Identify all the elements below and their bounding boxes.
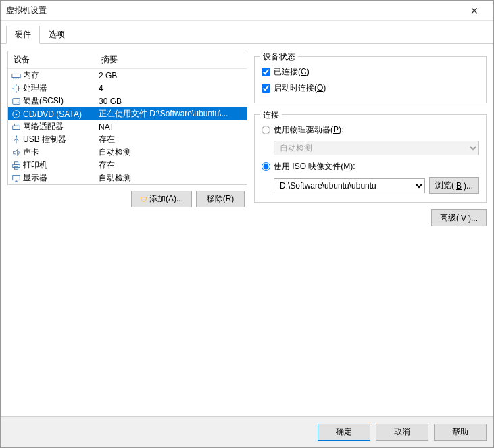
use-physical-radio[interactable] xyxy=(262,126,270,134)
device-summary: 自动检测 xyxy=(96,147,247,158)
connection-title: 连接 xyxy=(260,109,282,121)
help-button[interactable]: 帮助 xyxy=(434,424,487,441)
device-name: USB 控制器 xyxy=(22,134,96,145)
device-list-buttons: 🛡添加(A)... 移除(R) xyxy=(7,185,247,209)
svg-rect-5 xyxy=(14,86,19,91)
shield-icon: 🛡 xyxy=(140,195,147,203)
svg-rect-10 xyxy=(13,98,20,104)
list-item[interactable]: 处理器4 xyxy=(8,82,247,95)
cancel-button[interactable]: 取消 xyxy=(376,424,428,441)
content: 设备 摘要 内存2 GB处理器4硬盘(SCSI)30 GBCD/DVD (SAT… xyxy=(1,44,493,416)
use-iso-label: 使用 ISO 映像文件(M): xyxy=(274,161,355,172)
svg-rect-20 xyxy=(13,175,20,180)
use-iso-radio[interactable] xyxy=(262,162,270,171)
list-item[interactable]: USB 控制器存在 xyxy=(8,133,247,146)
device-name: 处理器 xyxy=(22,82,96,94)
device-summary: 存在 xyxy=(96,134,247,145)
svg-rect-0 xyxy=(12,74,20,77)
display-icon xyxy=(8,174,22,183)
tabs: 硬件 选项 xyxy=(1,21,493,44)
device-name: 硬盘(SCSI) xyxy=(22,95,96,107)
ok-button[interactable]: 确定 xyxy=(318,424,370,441)
titlebar: 虚拟机设置 ✕ xyxy=(1,1,493,21)
list-item[interactable]: 打印机存在 xyxy=(8,159,247,172)
use-physical-radio-row[interactable]: 使用物理驱动器(P): xyxy=(262,123,479,136)
advanced-button[interactable]: 高级(V)... xyxy=(431,209,487,226)
device-summary: 30 GB xyxy=(96,97,247,106)
net-icon xyxy=(8,122,22,132)
browse-button[interactable]: 浏览(B)... xyxy=(429,177,479,194)
remove-button[interactable]: 移除(R) xyxy=(196,191,245,207)
list-item[interactable]: 声卡自动检测 xyxy=(8,146,247,159)
list-item[interactable]: 显示器自动检测 xyxy=(8,172,247,184)
connected-label: 已连接(C) xyxy=(274,66,310,78)
connect-at-poweron-checkbox[interactable] xyxy=(262,84,270,93)
add-button-label: 添加(A)... xyxy=(149,193,183,205)
header-device: 设备 xyxy=(8,51,96,68)
device-status-title: 设备状态 xyxy=(260,51,298,63)
connect-at-poweron-label: 启动时连接(O) xyxy=(274,82,326,94)
physical-drive-select: 自动检测 xyxy=(274,141,479,155)
advanced-row: 高级(V)... xyxy=(254,209,487,226)
tab-hardware[interactable]: 硬件 xyxy=(6,26,40,44)
window-title: 虚拟机设置 xyxy=(6,5,461,16)
device-name: 显示器 xyxy=(22,172,96,184)
svg-point-11 xyxy=(18,101,19,103)
connected-checkbox[interactable] xyxy=(262,68,270,76)
device-status-group: 设备状态 已连接(C) 启动时连接(O) xyxy=(254,56,487,103)
list-item[interactable]: 硬盘(SCSI)30 GB xyxy=(8,95,247,107)
device-list-header: 设备 摘要 xyxy=(8,51,247,69)
device-name: 网络适配器 xyxy=(22,121,96,132)
add-button[interactable]: 🛡添加(A)... xyxy=(131,191,192,207)
list-item[interactable]: CD/DVD (SATA)正在使用文件 D:\Software\ubuntu\.… xyxy=(8,107,247,120)
device-list[interactable]: 内存2 GB处理器4硬盘(SCSI)30 GBCD/DVD (SATA)正在使用… xyxy=(8,69,247,184)
right-panel: 设备状态 已连接(C) 启动时连接(O) 连接 xyxy=(254,51,487,409)
vm-settings-window: 虚拟机设置 ✕ 硬件 选项 设备 摘要 内存2 GB处理器4硬盘(SCSI)30… xyxy=(0,0,494,448)
svg-point-16 xyxy=(16,135,18,137)
list-item[interactable]: 内存2 GB xyxy=(8,69,247,82)
cd-icon xyxy=(8,109,22,119)
tab-options[interactable]: 选项 xyxy=(40,26,74,44)
printer-icon xyxy=(8,161,22,170)
device-summary: NAT xyxy=(96,122,247,132)
device-summary: 存在 xyxy=(96,159,247,171)
device-list-panel: 设备 摘要 内存2 GB处理器4硬盘(SCSI)30 GBCD/DVD (SAT… xyxy=(7,51,247,185)
sound-icon xyxy=(8,148,22,157)
device-name: CD/DVD (SATA) xyxy=(22,109,96,119)
iso-path-select[interactable]: D:\Software\ubuntu\ubuntu xyxy=(274,178,425,193)
svg-point-13 xyxy=(16,113,18,115)
use-physical-label: 使用物理驱动器(P): xyxy=(274,124,343,136)
device-name: 声卡 xyxy=(22,147,96,158)
device-name: 打印机 xyxy=(22,159,96,171)
connected-checkbox-row[interactable]: 已连接(C) xyxy=(262,65,479,78)
device-name: 内存 xyxy=(22,70,96,81)
cpu-icon xyxy=(8,84,22,93)
device-summary: 正在使用文件 D:\Software\ubuntu\... xyxy=(96,108,247,120)
device-summary: 自动检测 xyxy=(96,172,247,184)
svg-rect-14 xyxy=(13,126,20,129)
list-item[interactable]: 网络适配器NAT xyxy=(8,120,247,133)
dialog-footer: 确定 取消 帮助 xyxy=(1,416,493,447)
device-summary: 2 GB xyxy=(96,71,247,80)
disk-icon xyxy=(8,97,22,106)
device-summary: 4 xyxy=(96,84,247,93)
header-summary: 摘要 xyxy=(96,51,247,68)
connection-group: 连接 使用物理驱动器(P): 自动检测 使用 ISO 映像文件(M): xyxy=(254,114,487,203)
close-icon[interactable]: ✕ xyxy=(461,5,488,16)
svg-rect-18 xyxy=(14,161,18,164)
svg-rect-15 xyxy=(14,124,18,126)
memory-icon xyxy=(8,71,22,80)
connect-at-poweron-row[interactable]: 启动时连接(O) xyxy=(262,81,479,95)
usb-icon xyxy=(8,135,22,145)
use-iso-radio-row[interactable]: 使用 ISO 映像文件(M): xyxy=(262,159,479,173)
